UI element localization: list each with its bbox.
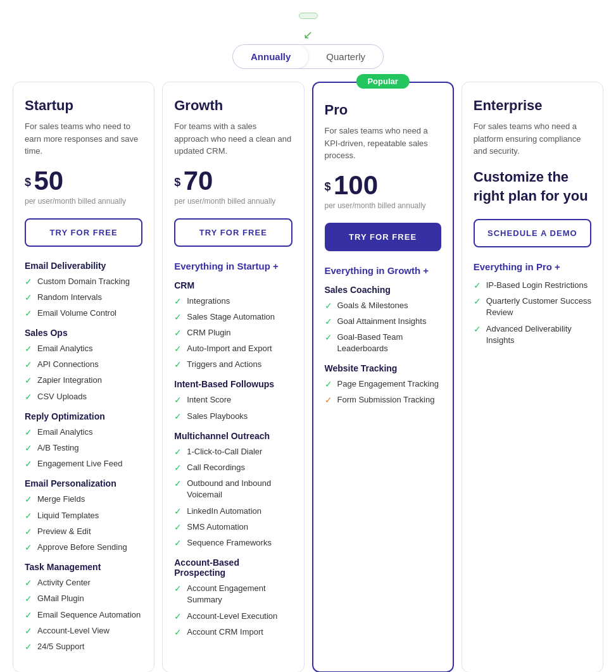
features-growth: Everything in Startup +CRM ✓ Integration… bbox=[174, 261, 292, 638]
check-icon: ✓ bbox=[25, 427, 32, 437]
check-icon: ✓ bbox=[474, 296, 481, 306]
feature-item: ✓ Account-Level View bbox=[25, 625, 142, 637]
feature-item: ✓ CRM Plugin bbox=[174, 327, 292, 339]
btn-growth[interactable]: TRY FOR FREE bbox=[174, 218, 292, 247]
feature-item: ✓ Liquid Templates bbox=[25, 510, 142, 521]
feature-item: ✓ Triggers and Actions bbox=[174, 359, 292, 370]
check-icon: ✓ bbox=[25, 594, 32, 604]
save-badge bbox=[299, 13, 318, 19]
check-icon: ✓ bbox=[25, 494, 32, 504]
feature-text: Sequence Frameworks bbox=[187, 537, 272, 549]
feature-text: Email Analytics bbox=[37, 426, 92, 438]
feature-item: ✓ Merge Fields bbox=[25, 494, 142, 505]
check-icon: ✓ bbox=[174, 411, 182, 421]
check-icon: ✓ bbox=[325, 395, 332, 405]
feature-text: API Connections bbox=[37, 359, 99, 370]
btn-enterprise[interactable]: SCHEDULE A DEMO bbox=[474, 219, 591, 247]
feature-item: ✓ Intent Score bbox=[174, 394, 292, 406]
feature-group-title-pro-1: Website Tracking bbox=[325, 363, 441, 373]
feature-item: ✓ Account CRM Import bbox=[174, 626, 292, 638]
feature-text: LinkedIn Automation bbox=[187, 506, 261, 517]
plan-card-startup: StartupFor sales teams who need to earn … bbox=[13, 82, 154, 672]
billing-quarterly-button[interactable]: Quarterly bbox=[308, 45, 383, 68]
feature-text: Form Submission Tracking bbox=[337, 394, 435, 406]
plan-card-growth: GrowthFor teams with a sales approach wh… bbox=[162, 82, 304, 672]
feature-item: ✓ Quarterly Customer Success Review bbox=[474, 296, 591, 318]
check-icon: ✓ bbox=[174, 359, 182, 370]
billing-annually-button[interactable]: Annually bbox=[233, 45, 308, 68]
check-icon: ✓ bbox=[174, 463, 182, 473]
feature-item: ✓ Engagement Live Feed bbox=[25, 458, 142, 470]
check-icon: ✓ bbox=[174, 447, 182, 457]
check-icon: ✓ bbox=[25, 542, 32, 552]
feature-text: Engagement Live Feed bbox=[37, 458, 122, 470]
feature-item: ✓ Outbound and Inbound Voicemail bbox=[174, 478, 292, 501]
feature-text: 1-Click-to-Call Dialer bbox=[187, 446, 262, 457]
check-icon: ✓ bbox=[174, 538, 182, 548]
feature-item: ✓ CSV Uploads bbox=[25, 391, 142, 402]
feature-text: Outbound and Inbound Voicemail bbox=[187, 478, 292, 501]
btn-pro[interactable]: TRY FOR FREE bbox=[325, 223, 441, 251]
feature-item: ✓ Sales Playbooks bbox=[174, 411, 292, 422]
feature-text: CRM Plugin bbox=[187, 327, 230, 339]
feature-group-title-pro-0: Sales Coaching bbox=[325, 285, 441, 295]
feature-text: Integrations bbox=[187, 296, 230, 307]
check-icon: ✓ bbox=[25, 459, 32, 469]
check-icon: ✓ bbox=[25, 392, 32, 402]
plan-price-pro: $ 100 bbox=[325, 172, 441, 199]
plan-billing-growth: per user/month billed annually bbox=[174, 197, 292, 206]
plan-name-pro: Pro bbox=[325, 102, 441, 118]
feature-text: Page Engagement Tracking bbox=[337, 378, 439, 390]
feature-item: ✓ Account Engagement Summary bbox=[174, 583, 292, 606]
plan-name-startup: Startup bbox=[25, 97, 142, 114]
plan-name-growth: Growth bbox=[174, 97, 292, 114]
check-icon: ✓ bbox=[174, 296, 182, 306]
top-section: ↙ Annually Quarterly bbox=[13, 13, 603, 69]
check-icon: ✓ bbox=[25, 443, 32, 453]
check-icon: ✓ bbox=[174, 478, 182, 488]
check-icon: ✓ bbox=[174, 522, 182, 532]
everything-label-growth: Everything in Startup + bbox=[174, 261, 292, 271]
btn-startup[interactable]: TRY FOR FREE bbox=[25, 218, 142, 247]
feature-group-title-startup-2: Reply Optimization bbox=[25, 411, 142, 421]
feature-text: Account CRM Import bbox=[187, 626, 263, 638]
feature-text: 24/5 Support bbox=[37, 641, 84, 652]
arrow-icon: ↙ bbox=[13, 28, 603, 42]
check-icon: ✓ bbox=[25, 511, 32, 521]
feature-item: ✓ Advanced Deliverability Insights bbox=[474, 323, 591, 346]
billing-toggle: Annually Quarterly bbox=[232, 44, 384, 69]
check-icon: ✓ bbox=[25, 359, 32, 370]
feature-text: Merge Fields bbox=[37, 494, 85, 505]
plan-billing-startup: per user/month billed annually bbox=[25, 197, 142, 206]
check-icon: ✓ bbox=[174, 344, 182, 354]
popular-badge: Popular bbox=[356, 74, 409, 89]
feature-text: IP-Based Login Restrictions bbox=[486, 280, 588, 291]
feature-group-title-startup-4: Task Management bbox=[25, 562, 142, 572]
feature-group-title-growth-3: Account-Based Prospecting bbox=[174, 557, 292, 578]
feature-text: Intent Score bbox=[187, 394, 231, 406]
check-icon: ✓ bbox=[325, 332, 332, 342]
feature-item: ✓ Preview & Edit bbox=[25, 526, 142, 537]
features-pro: Everything in Growth +Sales Coaching ✓ G… bbox=[325, 265, 441, 406]
feature-item: ✓ Auto-Import and Export bbox=[174, 343, 292, 354]
feature-item: ✓ Sequence Frameworks bbox=[174, 537, 292, 549]
feature-item: ✓ Zapier Integration bbox=[25, 375, 142, 386]
check-icon: ✓ bbox=[25, 292, 32, 302]
feature-group-title-growth-0: CRM bbox=[174, 280, 292, 290]
check-icon: ✓ bbox=[474, 280, 481, 290]
feature-item: ✓ Account-Level Execution bbox=[174, 611, 292, 622]
feature-text: Zapier Integration bbox=[37, 375, 102, 386]
feature-item: ✓ Goals & Milestones bbox=[325, 300, 441, 311]
feature-text: Email Volume Control bbox=[37, 308, 116, 319]
check-icon: ✓ bbox=[25, 578, 32, 588]
feature-item: ✓ 1-Click-to-Call Dialer bbox=[174, 446, 292, 457]
feature-item: ✓ Goal Attainment Insights bbox=[325, 316, 441, 327]
everything-label-enterprise: Everything in Pro + bbox=[474, 261, 591, 272]
feature-text: Goal Attainment Insights bbox=[337, 316, 427, 327]
feature-item: ✓ Sales Stage Automation bbox=[174, 311, 292, 323]
feature-text: GMail Plugin bbox=[37, 593, 84, 604]
feature-text: Triggers and Actions bbox=[187, 359, 261, 370]
feature-text: CSV Uploads bbox=[37, 391, 87, 402]
feature-item: ✓ 24/5 Support bbox=[25, 641, 142, 652]
feature-item: ✓ API Connections bbox=[25, 359, 142, 370]
